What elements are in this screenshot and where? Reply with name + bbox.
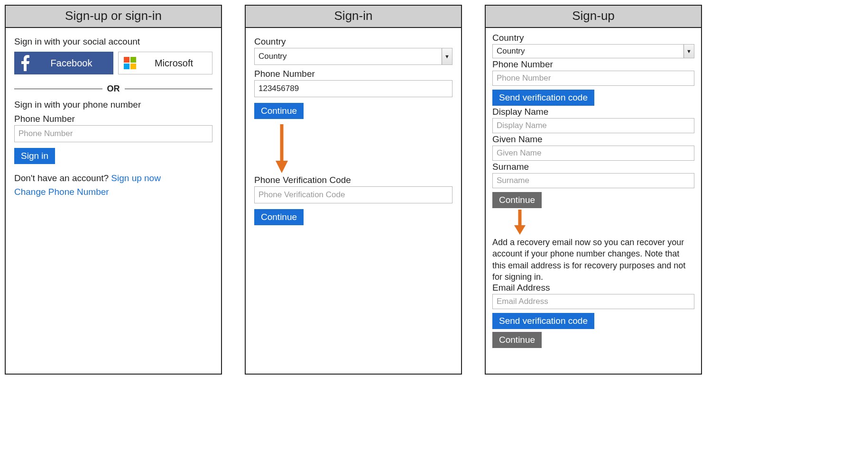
phone-heading: Sign in with your phone number [14, 100, 212, 110]
verification-code-label: Phone Verification Code [254, 175, 452, 185]
given-name-label: Given Name [492, 134, 694, 145]
microsoft-label: Microsoft [141, 58, 212, 69]
country-select[interactable] [254, 48, 452, 65]
phone-label: Phone Number [254, 69, 452, 79]
phone-label: Phone Number [492, 59, 694, 70]
svg-rect-1 [130, 57, 136, 63]
panel-signup: Sign-up Country ▼ Phone Number Send veri… [485, 5, 702, 375]
email-label: Email Address [492, 283, 694, 293]
display-name-label: Display Name [492, 107, 694, 117]
facebook-icon [15, 52, 36, 74]
send-verification-code-button-2[interactable]: Send verification code [492, 313, 594, 329]
phone-input[interactable] [254, 80, 452, 97]
svg-rect-2 [124, 64, 129, 69]
panel-signin: Sign-in Country ▼ Phone Number Continue … [245, 5, 462, 375]
verification-code-input[interactable] [254, 186, 452, 203]
country-label: Country [254, 37, 452, 47]
social-heading: Sign in with your social account [14, 37, 212, 47]
email-input[interactable] [492, 294, 694, 309]
panel-title: Sign-up [486, 6, 701, 28]
given-name-input[interactable] [492, 146, 694, 161]
arrow-down-icon [272, 122, 291, 174]
continue-button-2[interactable]: Continue [492, 332, 542, 348]
facebook-button[interactable]: Facebook [14, 52, 113, 74]
continue-button-1[interactable]: Continue [254, 103, 304, 119]
panel-title: Sign-up or sign-in [6, 6, 221, 28]
no-account-text: Don't have an account? [14, 173, 111, 183]
country-select[interactable] [492, 44, 694, 58]
panel-title: Sign-in [246, 6, 461, 28]
phone-label: Phone Number [14, 114, 212, 124]
send-verification-code-button[interactable]: Send verification code [492, 90, 594, 106]
svg-rect-3 [130, 64, 136, 69]
svg-marker-7 [514, 225, 526, 235]
continue-button-2[interactable]: Continue [254, 209, 304, 225]
arrow-down-icon [511, 208, 528, 236]
continue-button-1[interactable]: Continue [492, 192, 542, 208]
signup-now-link[interactable]: Sign up now [111, 173, 161, 183]
recovery-note: Add a recovery email now so you can reco… [492, 237, 694, 283]
facebook-label: Facebook [36, 58, 113, 69]
country-label: Country [492, 33, 694, 43]
surname-label: Surname [492, 162, 694, 172]
svg-rect-0 [124, 57, 129, 63]
svg-marker-5 [276, 161, 288, 173]
display-name-input[interactable] [492, 118, 694, 133]
signin-button[interactable]: Sign in [14, 148, 55, 164]
phone-input[interactable] [14, 125, 212, 142]
phone-input[interactable] [492, 71, 694, 86]
microsoft-icon [119, 52, 141, 74]
or-divider: OR [14, 84, 212, 94]
or-text: OR [107, 84, 120, 94]
microsoft-button[interactable]: Microsoft [118, 52, 212, 74]
change-phone-link[interactable]: Change Phone Number [14, 187, 109, 197]
panel-signup-or-signin: Sign-up or sign-in Sign in with your soc… [5, 5, 222, 375]
surname-input[interactable] [492, 173, 694, 188]
